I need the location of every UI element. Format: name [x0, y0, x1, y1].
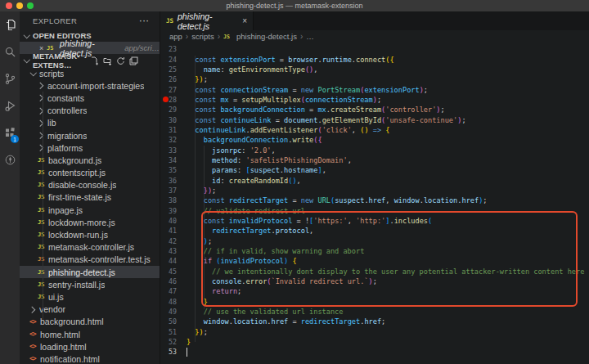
code-line-33[interactable]: 33 jsonrpc: '2.0', [160, 145, 589, 155]
code-line-45[interactable]: 45 // we intentionally dont display to t… [160, 267, 589, 276]
code-line-38[interactable]: 38 const redirectTarget = new URL(suspec… [160, 195, 589, 205]
source-control-icon[interactable] [0, 65, 20, 92]
workspace-section-header[interactable]: METAMASK-EXTENS… [20, 54, 160, 67]
line-number[interactable]: 30 [160, 116, 177, 124]
refresh-icon[interactable] [116, 56, 125, 65]
code-line-23[interactable]: 23 [160, 44, 589, 54]
code-line-43[interactable]: 43 // if in valid, show warning and abor… [160, 246, 589, 256]
code-line-30[interactable]: 30 const continueLink = document.getElem… [160, 115, 589, 124]
line-number[interactable]: 45 [160, 267, 177, 276]
run-debug-icon[interactable] [0, 92, 20, 119]
tree-item-account-import-strategies[interactable]: account-import-strategies [20, 79, 160, 92]
tree-item-controllers[interactable]: controllers [20, 105, 160, 117]
tree-item-home.html[interactable]: <>home.html [20, 328, 160, 340]
new-folder-icon[interactable] [103, 56, 112, 65]
code-line-42[interactable]: 42 ); [160, 236, 589, 246]
code-editor[interactable]: 2324 const extensionPort = browser.runti… [160, 43, 589, 364]
search-icon[interactable] [0, 38, 20, 65]
tree-item-notification.html[interactable]: <>notification.html [20, 353, 160, 364]
code-line-26[interactable]: 26 }); [160, 74, 589, 84]
explorer-icon[interactable] [0, 11, 20, 38]
code-line-47[interactable]: 47 return; [160, 286, 589, 296]
line-number[interactable]: 34 [160, 156, 177, 164]
code-line-34[interactable]: 34 method: 'safelistPhishingDomain', [160, 155, 589, 165]
code-line-32[interactable]: 32 backgroundConnection.write({ [160, 135, 589, 145]
tree-item-platforms[interactable]: platforms [20, 142, 160, 154]
new-file-icon[interactable] [90, 56, 99, 65]
line-number[interactable]: 25 [160, 65, 177, 74]
line-number[interactable]: 42 [160, 237, 177, 245]
tree-item-sentry-install.js[interactable]: JSsentry-install.js [20, 278, 160, 290]
collapse-all-icon[interactable] [129, 56, 138, 65]
line-number[interactable]: 48 [160, 298, 177, 306]
line-number[interactable]: 31 [160, 126, 177, 134]
tree-item-lockdown-run.js[interactable]: JSlockdown-run.js [20, 228, 160, 240]
line-number[interactable]: 32 [160, 136, 177, 144]
code-line-37[interactable]: 37 }); [160, 186, 589, 195]
line-number[interactable]: 38 [160, 196, 177, 204]
line-number[interactable]: 47 [160, 287, 177, 295]
line-number[interactable]: 39 [160, 207, 177, 215]
line-number[interactable]: 46 [160, 277, 177, 285]
line-number[interactable]: 53 [160, 348, 177, 356]
breadcrumb-file[interactable]: phishing-detect.js [236, 32, 297, 41]
close-tab-icon[interactable]: × [242, 16, 247, 25]
code-line-46[interactable]: 46 console.error(`Invalid redirect url.`… [160, 276, 589, 286]
code-line-24[interactable]: 24 const extensionPort = browser.runtime… [160, 54, 589, 64]
code-line-40[interactable]: 40 const invalidProtocol = !['https:', '… [160, 216, 589, 226]
code-line-39[interactable]: 39 // validate redirect url [160, 206, 589, 216]
plugin-icon[interactable] [0, 146, 20, 173]
tree-item-lockdown-more.js[interactable]: JSlockdown-more.js [20, 216, 160, 228]
tree-item-vendor[interactable]: vendor [20, 303, 160, 316]
line-number[interactable]: 33 [160, 146, 177, 155]
code-line-50[interactable]: 50 window.location.href = redirectTarget… [160, 317, 589, 326]
line-number[interactable]: 41 [160, 227, 177, 235]
close-editor-icon[interactable]: × [39, 44, 47, 52]
tab-phishing-detect[interactable]: JS phishing-detect.js × [160, 11, 254, 30]
line-number[interactable]: 44 [160, 257, 177, 265]
explorer-more-actions-icon[interactable]: ··· [140, 16, 151, 25]
line-number[interactable]: 24 [160, 56, 177, 64]
tree-item-first-time-state.js[interactable]: JSfirst-time-state.js [20, 191, 160, 204]
code-line-27[interactable]: 27 const connectionStream = new PortStre… [160, 84, 589, 94]
tree-item-inpage.js[interactable]: JSinpage.js [20, 204, 160, 216]
line-number[interactable]: 49 [160, 308, 177, 316]
tree-item-disable-console.js[interactable]: JSdisable-console.js [20, 179, 160, 191]
code-line-25[interactable]: 25 name: getEnvironmentType(), [160, 65, 589, 74]
tree-item-background.html[interactable]: <>background.html [20, 316, 160, 328]
code-line-31[interactable]: 31 continueLink.addEventListener('click'… [160, 125, 589, 135]
line-number[interactable]: 35 [160, 166, 177, 174]
line-number[interactable]: 52 [160, 338, 177, 346]
code-line-29[interactable]: 29 const backgroundConnection = mx.creat… [160, 105, 589, 115]
code-line-41[interactable]: 41 redirectTarget.protocol, [160, 226, 589, 236]
line-number[interactable]: 36 [160, 177, 177, 185]
tree-item-phishing-detect.js[interactable]: JSphishing-detect.js [20, 266, 160, 278]
line-number[interactable]: 23 [160, 45, 177, 53]
line-number[interactable]: 37 [160, 186, 177, 195]
code-line-52[interactable]: 52} [160, 337, 589, 347]
breadcrumb-app[interactable]: app [169, 32, 182, 41]
code-line-53[interactable]: 53 [160, 347, 589, 357]
code-line-44[interactable]: 44 if (invalidProtocol) { [160, 256, 589, 266]
extensions-icon[interactable]: 1 [0, 119, 20, 146]
tree-item-metamask-controller.test.js[interactable]: JSmetamask-controller.test.js [20, 254, 160, 266]
tree-item-lib[interactable]: lib [20, 117, 160, 129]
tree-item-ui.js[interactable]: JSui.js [20, 290, 160, 303]
code-line-48[interactable]: 48 } [160, 297, 589, 307]
code-line-28[interactable]: 28 const mx = setupMultiplex(connectionS… [160, 95, 589, 105]
line-number[interactable]: 26 [160, 75, 177, 83]
tree-item-migrations[interactable]: migrations [20, 129, 160, 142]
tree-item-metamask-controller.js[interactable]: JSmetamask-controller.js [20, 241, 160, 254]
line-number[interactable]: 50 [160, 317, 177, 326]
line-number[interactable]: 40 [160, 217, 177, 225]
code-line-35[interactable]: 35 params: [suspect.hostname], [160, 165, 589, 175]
line-number[interactable]: 51 [160, 328, 177, 336]
tree-item-background.js[interactable]: JSbackground.js [20, 154, 160, 166]
line-number[interactable]: 29 [160, 106, 177, 114]
breadcrumb-scripts[interactable]: scripts [191, 32, 214, 41]
line-number[interactable]: 43 [160, 247, 177, 255]
breadcrumb-symbol[interactable]: … [306, 32, 314, 41]
tree-item-contentscript.js[interactable]: JScontentscript.js [20, 167, 160, 179]
tree-item-constants[interactable]: constants [20, 92, 160, 104]
tree-item-loading.html[interactable]: <>loading.html [20, 340, 160, 353]
